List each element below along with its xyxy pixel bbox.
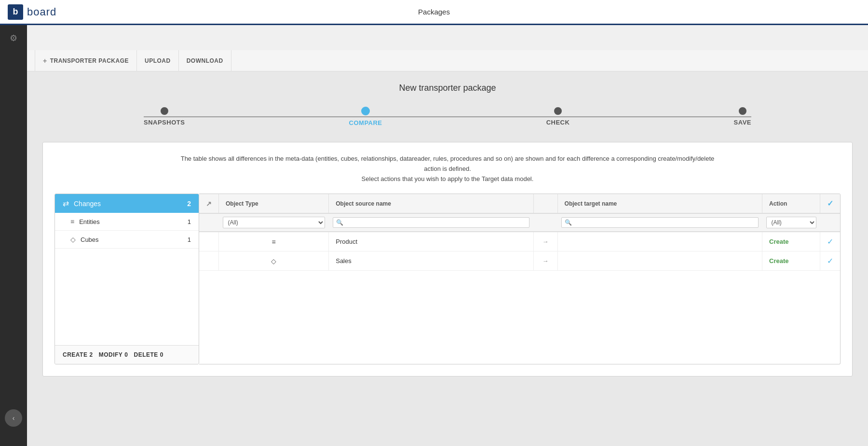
row-sales-action[interactable]: Create — [762, 251, 820, 271]
left-panel-item-entities[interactable]: ≡ Entities 1 — [55, 213, 199, 231]
table-row: ≡ Product → Create ✓ — [199, 232, 840, 251]
step-save: SAVE — [734, 107, 751, 126]
filter-check-cell — [820, 213, 841, 232]
page-title: Packages — [418, 8, 450, 16]
step-save-dot — [739, 107, 746, 115]
compare-table: ↗ Object Type Object source name Object … — [199, 194, 840, 271]
th-expand: ↗ — [199, 194, 219, 213]
nav-item-transporter-package[interactable]: + TRANSPORTER PACKAGE — [35, 50, 137, 71]
cubes-label: Cubes — [81, 236, 99, 243]
cubes-icon: ◇ — [70, 236, 76, 243]
row-product-expand — [199, 232, 219, 251]
page-body: New transporter package SNAPSHOTS COMPAR… — [27, 71, 868, 446]
filter-arrow-cell — [533, 213, 557, 232]
footer-stat-modify: MODIFY 0 — [99, 351, 128, 358]
step-check: CHECK — [546, 107, 570, 126]
delete-label: DELETE — [134, 351, 158, 358]
nav-item-upload[interactable]: UPLOAD — [137, 50, 179, 71]
delete-value: 0 — [160, 351, 163, 358]
target-name-search-input[interactable] — [561, 217, 758, 228]
step-save-label: SAVE — [734, 119, 751, 126]
entities-label: Entities — [79, 218, 100, 225]
row-product-source-name: Product — [329, 232, 533, 251]
object-type-filter-select[interactable]: (All) — [223, 217, 325, 228]
changes-icon: ⇄ — [63, 199, 69, 208]
row-product-type-icon: ≡ — [219, 232, 329, 251]
row-sales-arrow: → — [533, 251, 557, 271]
nav-item-download-label: DOWNLOAD — [187, 57, 223, 64]
table-row: ◇ Sales → Create ✓ — [199, 251, 840, 271]
card-description: The table shows all differences in the m… — [54, 154, 841, 184]
cubes-count: 1 — [188, 236, 191, 243]
main-content: + TRANSPORTER PACKAGE UPLOAD DOWNLOAD Ne… — [27, 25, 868, 446]
step-check-label: CHECK — [546, 119, 570, 126]
row-sales-type-icon: ◇ — [219, 251, 329, 271]
sidebar: ⚙ ‹ — [0, 25, 27, 446]
row-product-arrow: → — [533, 232, 557, 251]
wizard-title: New transporter package — [42, 83, 853, 93]
expand-icon[interactable]: ↗ — [206, 200, 212, 208]
entities-icon: ≡ — [70, 218, 74, 225]
step-snapshots-dot — [161, 107, 168, 115]
th-check: ✓ — [820, 194, 841, 213]
th-target-name: Object target name — [557, 194, 762, 213]
row-product-check[interactable]: ✓ — [820, 232, 841, 251]
modify-value: 0 — [124, 351, 128, 358]
row-sales-target-name — [557, 251, 762, 271]
row-sales-source-name: Sales — [329, 251, 533, 271]
left-panel: ⇄ Changes 2 ≡ Entities 1 ◇ Cubes 1 — [54, 194, 199, 364]
th-arrow — [533, 194, 557, 213]
top-bar: b board Packages — [0, 0, 868, 25]
left-panel-header: ⇄ Changes 2 — [55, 194, 199, 213]
source-name-search-input[interactable] — [333, 217, 529, 228]
nav-item-upload-label: UPLOAD — [145, 57, 171, 64]
logo-text: board — [27, 6, 56, 18]
create-value: 2 — [89, 351, 93, 358]
filter-object-type-cell[interactable]: (All) — [219, 213, 329, 232]
collapse-sidebar-button[interactable]: ‹ — [5, 409, 22, 427]
step-compare: COMPARE — [349, 107, 382, 126]
logo: b board — [8, 4, 56, 20]
step-compare-dot — [361, 107, 370, 115]
desc-line1: The table shows all differences in the m… — [54, 154, 841, 164]
compare-card: The table shows all differences in the m… — [42, 142, 853, 376]
footer-stat-delete: DELETE 0 — [134, 351, 164, 358]
action-filter-wrap: (All) — [766, 217, 816, 228]
desc-line2: action is defined. — [54, 164, 841, 174]
filter-source-cell[interactable] — [329, 213, 533, 232]
left-panel-item-cubes[interactable]: ◇ Cubes 1 — [55, 231, 199, 249]
filter-expand-cell — [199, 213, 219, 232]
nav-item-download[interactable]: DOWNLOAD — [179, 50, 231, 71]
nav-bar: + TRANSPORTER PACKAGE UPLOAD DOWNLOAD — [27, 50, 868, 71]
right-panel: ↗ Object Type Object source name Object … — [199, 194, 841, 364]
stepper: SNAPSHOTS COMPARE CHECK SAVE — [42, 107, 853, 126]
action-filter-select[interactable]: (All) — [766, 217, 816, 228]
left-panel-header-label: Changes — [74, 200, 101, 208]
step-snapshots: SNAPSHOTS — [144, 107, 185, 126]
row-product-action[interactable]: Create — [762, 232, 820, 251]
th-action: Action — [762, 194, 820, 213]
table-header-row: ↗ Object Type Object source name Object … — [199, 194, 840, 213]
create-label: CREATE — [63, 351, 87, 358]
row-product-target-name — [557, 232, 762, 251]
content-layout: ⇄ Changes 2 ≡ Entities 1 ◇ Cubes 1 — [54, 194, 841, 364]
left-panel-header-count: 2 — [187, 200, 191, 208]
row-sales-expand — [199, 251, 219, 271]
left-panel-spacer — [55, 249, 199, 345]
entities-count: 1 — [188, 218, 191, 225]
filter-action-cell[interactable]: (All) — [762, 213, 820, 232]
table-wrapper: ↗ Object Type Object source name Object … — [199, 194, 840, 271]
logo-b-icon: b — [8, 4, 23, 20]
nav-item-transporter-label: TRANSPORTER PACKAGE — [50, 57, 129, 64]
gear-icon[interactable]: ⚙ — [10, 33, 17, 43]
header-check-icon[interactable]: ✓ — [827, 199, 833, 208]
table-filter-row: (All) — [199, 213, 840, 232]
left-panel-footer: CREATE 2 MODIFY 0 DELETE 0 — [55, 345, 199, 364]
row-sales-check[interactable]: ✓ — [820, 251, 841, 271]
filter-target-cell[interactable] — [557, 213, 762, 232]
step-check-dot — [554, 107, 562, 115]
th-object-type: Object Type — [219, 194, 329, 213]
step-snapshots-label: SNAPSHOTS — [144, 119, 185, 126]
step-compare-label: COMPARE — [349, 119, 382, 126]
plus-icon: + — [43, 57, 47, 65]
